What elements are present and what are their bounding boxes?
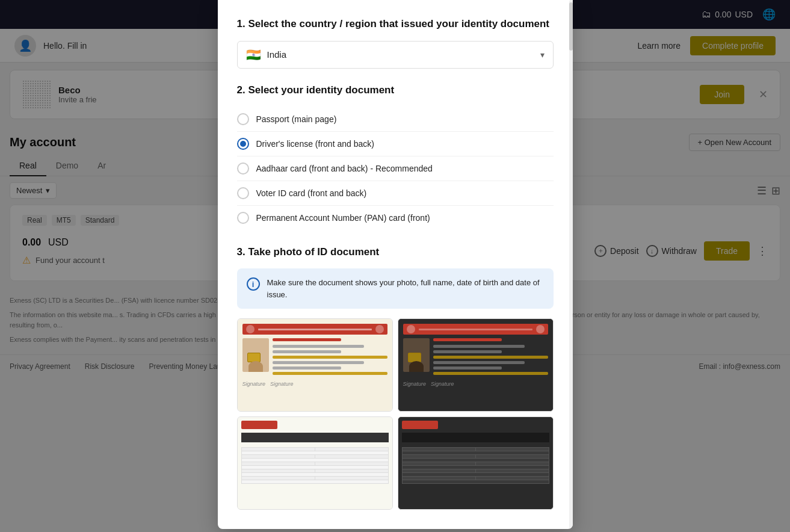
country-name: India — [267, 49, 287, 60]
id-photo-dark — [403, 338, 430, 372]
radio-pan-label: Permanent Account Number (PAN) card (fro… — [256, 213, 430, 223]
radio-voter-id[interactable]: Voter ID card (front and back) — [237, 181, 554, 206]
emblem-left-dark — [407, 325, 415, 333]
modal-scrollbar-thumb — [569, 2, 573, 51]
id-signature: Signature Signature — [242, 381, 387, 387]
radio-voter-id-label: Voter ID card (front and back) — [256, 188, 367, 198]
radio-passport-label: Passport (main page) — [256, 114, 337, 124]
emblem-left — [246, 325, 255, 333]
back-table — [241, 447, 389, 484]
back-stripe-dark — [402, 433, 549, 442]
section2-title: 2. Select your identity document — [237, 83, 554, 97]
chevron-down-icon: ▾ — [540, 50, 545, 60]
doc-front-light[interactable]: Signature Signature — [237, 318, 393, 412]
emblem-right-dark — [536, 325, 545, 333]
modal-scrollbar[interactable] — [569, 0, 573, 529]
info-box: i Make sure the document shows your phot… — [237, 268, 554, 309]
radio-passport-circle — [237, 113, 249, 125]
back-stripe — [241, 433, 389, 442]
radio-pan-circle — [237, 212, 249, 224]
id-header-bar-dark — [403, 324, 548, 335]
info-text: Make sure the document shows your photo,… — [267, 277, 544, 300]
radio-voter-id-circle — [237, 187, 249, 199]
doc-back-dark[interactable] — [398, 416, 554, 510]
id-signature-dark: Signature Signature — [403, 381, 548, 387]
radio-aadhaar-circle — [237, 162, 249, 175]
id-header-bar — [242, 324, 387, 335]
verification-modal: 1. Select the country / region that issu… — [218, 0, 573, 529]
id-chip-dark — [408, 353, 421, 362]
info-icon: i — [247, 277, 260, 291]
back-header-bar — [241, 421, 277, 429]
radio-drivers-license-label: Driver's license (front and back) — [256, 139, 374, 149]
radio-drivers-license[interactable]: Driver's license (front and back) — [237, 132, 554, 156]
document-images-grid: Signature Signature — [237, 318, 554, 510]
id-photo — [242, 338, 269, 372]
emblem-right — [375, 325, 384, 333]
radio-drivers-license-circle — [237, 138, 249, 150]
doc-front-dark[interactable]: Signature Signature — [398, 318, 554, 412]
country-flag: 🇮🇳 — [246, 48, 261, 62]
back-header-bar-dark — [402, 421, 438, 429]
radio-pan[interactable]: Permanent Account Number (PAN) card (fro… — [237, 206, 554, 230]
back-table-dark — [402, 447, 549, 484]
radio-aadhaar-label: Aadhaar card (front and back) - Recommen… — [256, 164, 433, 173]
doc-back-light[interactable] — [237, 416, 393, 510]
country-dropdown[interactable]: 🇮🇳 India ▾ — [237, 41, 554, 69]
section1-title: 1. Select the country / region that issu… — [237, 17, 554, 31]
section3-title: 3. Take photo of ID document — [237, 245, 554, 259]
radio-aadhaar[interactable]: Aadhaar card (front and back) - Recommen… — [237, 156, 554, 181]
id-chip — [247, 353, 261, 362]
modal-overlay: 1. Select the country / region that issu… — [0, 0, 790, 532]
radio-passport[interactable]: Passport (main page) — [237, 107, 554, 132]
